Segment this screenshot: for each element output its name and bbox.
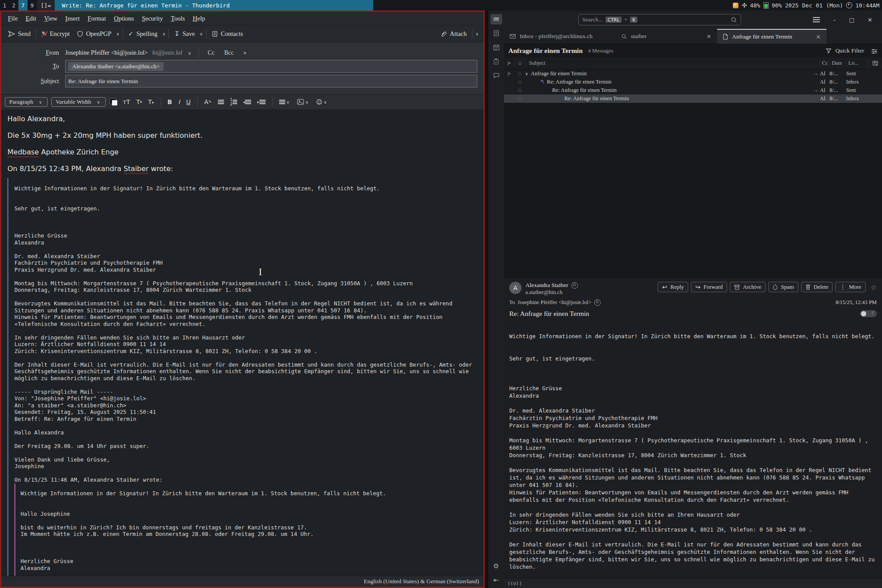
date-column-header[interactable]: Date (830, 60, 846, 67)
workspace-9[interactable]: 9 (28, 0, 37, 10)
menu-insert[interactable]: Insert (62, 14, 83, 23)
minimize-button[interactable]: – (833, 17, 836, 23)
dictionary-status[interactable]: English (United States) & German (Switze… (364, 578, 479, 585)
space-mail-icon[interactable]: ✉ (490, 14, 502, 24)
tab-message-active[interactable]: Anfrage für einen Termin ✕ (717, 29, 826, 44)
from-dropdown[interactable]: ∨ (187, 51, 192, 56)
menu-format[interactable]: Format (84, 14, 109, 23)
message-row-3[interactable]: ☆ Re: Anfrage für einen Termin → Al 8/..… (504, 86, 882, 94)
archive-button[interactable]: Archive (730, 282, 766, 292)
cc-button[interactable]: Cc (205, 49, 217, 56)
forward-button[interactable]: ↪Forward (691, 282, 727, 292)
message-row-1[interactable]: ☆ ∨ Anfrage für einen Termin → Al 8/... … (504, 70, 882, 78)
to-recipient[interactable]: Josephine Pfeiffer <hi@josie.lol> (518, 299, 592, 306)
insert-image-dropdown[interactable]: ∨ (296, 99, 311, 105)
menu-view[interactable]: View (41, 14, 61, 23)
decrease-font-icon[interactable]: T▾ (135, 98, 143, 105)
font-size-icon[interactable]: тT (122, 98, 132, 105)
openpgp-button[interactable]: OpenPGP (74, 28, 115, 39)
font-select[interactable]: Variable Width∨ (51, 97, 106, 107)
star-icon[interactable]: ☆ (514, 70, 525, 77)
workspace-1[interactable]: 1 (0, 0, 9, 10)
close-button[interactable]: ✕ (868, 17, 872, 23)
menu-security[interactable]: Security (139, 14, 166, 23)
reply-button[interactable]: ↩Reply (658, 282, 688, 292)
openpgp-dropdown[interactable]: ∨ (115, 32, 121, 36)
collapse-spaces-icon[interactable]: ⇤ (490, 575, 502, 585)
star-icon[interactable]: ☆ (514, 79, 525, 86)
indent-button[interactable]: ▸ (256, 100, 267, 104)
space-tasks-icon[interactable] (490, 56, 502, 66)
underline-button[interactable]: U (185, 98, 192, 105)
save-button[interactable]: ↧ Save (171, 28, 198, 39)
star-icon[interactable]: ☆ (514, 87, 525, 94)
tab-search[interactable]: staiber ✕ (616, 29, 717, 44)
message-row-2[interactable]: ☆ ↰ Re: Anfrage für einen Termin Al 8/..… (504, 78, 882, 86)
quick-filter-button[interactable]: Quick Filter (826, 47, 864, 54)
workspace-7-active[interactable]: 7 (18, 0, 28, 10)
cc-column-header[interactable]: Cc (820, 60, 830, 67)
alignment-dropdown[interactable]: ∨ (278, 100, 292, 105)
thread-column-icon[interactable] (504, 60, 514, 67)
recipient-badge-icon[interactable] (594, 299, 601, 306)
more-recipients-button[interactable]: » (241, 49, 249, 56)
save-dropdown[interactable]: ∨ (198, 32, 204, 36)
attach-button[interactable]: Attach (437, 28, 470, 39)
location-column-header[interactable]: Lo... (846, 60, 868, 67)
from-value[interactable]: Josephine Pfeiffer <hi@josie.lol> (65, 49, 148, 56)
global-search-input[interactable]: Search... CTRL + K (578, 14, 741, 25)
contacts-button[interactable]: Contacts (208, 28, 247, 39)
menu-help[interactable]: Help (190, 14, 208, 23)
display-options-icon[interactable] (871, 47, 878, 55)
attach-dropdown[interactable]: ∨ (474, 32, 480, 36)
bold-button[interactable]: B (166, 98, 174, 105)
delete-button[interactable]: Delete (801, 282, 833, 292)
star-icon[interactable]: ☆ (514, 95, 525, 102)
encrypt-button[interactable]: ✎ Encrypt (38, 28, 74, 39)
star-message-icon[interactable]: ☆ (871, 283, 877, 291)
outdent-button[interactable]: ◂ (242, 100, 253, 104)
thread-expander-icon[interactable]: ∨ (525, 71, 528, 76)
menu-file[interactable]: File (5, 14, 21, 23)
app-menu-icon[interactable] (813, 17, 820, 18)
italic-button[interactable]: I (177, 98, 181, 105)
menu-options[interactable]: Options (111, 14, 137, 23)
sender-email[interactable]: a.staiber@hin.ch (525, 289, 578, 296)
settings-gear-icon[interactable]: ⚙ (490, 561, 502, 571)
contact-badge-icon[interactable] (571, 282, 578, 289)
spelling-button[interactable]: ✓ Spelling (125, 28, 161, 39)
message-row-4-selected[interactable]: ☆ Re: Anfrage für einen Termin Al 8/... … (504, 94, 882, 103)
space-calendar-icon[interactable] (490, 42, 502, 52)
tray-app-icon[interactable] (733, 3, 738, 8)
recipient-pill[interactable]: Alexandra Staiber <a.staiber@hin.ch> (68, 62, 164, 71)
tab-inbox[interactable]: Inbox - pfeifferj@archlinux.ch (504, 29, 616, 44)
workspace-2[interactable]: 2 (9, 0, 18, 10)
column-picker-icon[interactable] (868, 60, 882, 67)
subject-input[interactable]: Re: Anfrage für einen Termin (65, 75, 477, 88)
numbered-list-button[interactable]: 12 (229, 98, 238, 106)
close-tab-icon[interactable]: ✕ (816, 33, 821, 40)
space-addressbook-icon[interactable] (490, 28, 502, 38)
maximize-button[interactable]: □ (849, 17, 854, 23)
more-button[interactable]: ⋮More (835, 282, 865, 292)
star-column-icon[interactable]: ☆ (514, 60, 525, 67)
send-button[interactable]: Send (5, 28, 34, 39)
remove-styling-icon[interactable]: A✎ (203, 98, 213, 105)
sender-name[interactable]: Alexandra Staiber (525, 282, 568, 289)
paragraph-style-select[interactable]: Paragraph∨ (5, 97, 48, 107)
menu-edit[interactable]: Edit (23, 14, 39, 23)
space-chat-icon[interactable] (490, 70, 502, 80)
text-color-picker[interactable] (109, 98, 118, 106)
bcc-button[interactable]: Bcc (221, 49, 236, 56)
smiley-dropdown[interactable]: ☺∨ (315, 98, 329, 105)
spelling-dropdown[interactable]: ∨ (161, 32, 167, 36)
sender-avatar[interactable]: A (509, 282, 522, 294)
close-tab-icon[interactable]: ✕ (707, 33, 711, 40)
spam-button[interactable]: Spam (768, 282, 798, 292)
message-body[interactable]: Wichtige Informationen in der Signatur! … (504, 318, 882, 578)
compose-body-editor[interactable]: Hallo Alexandra, Die 5x 30mg + 2x 20mg M… (1, 109, 483, 576)
to-input[interactable]: Alexandra Staiber <a.staiber@hin.ch> (65, 60, 477, 73)
subject-column-header[interactable]: Subject (525, 60, 820, 67)
bullet-list-button[interactable] (217, 100, 225, 104)
dark-mode-toggle[interactable]: ☾ (860, 310, 877, 317)
